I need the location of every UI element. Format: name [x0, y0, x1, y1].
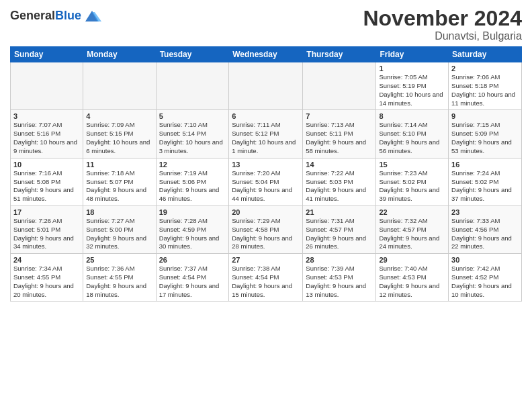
day-info: Sunrise: 7:28 AMSunset: 4:59 PMDaylight:… [159, 217, 226, 251]
calendar-cell [11, 62, 83, 110]
day-info: Sunrise: 7:13 AMSunset: 5:11 PMDaylight:… [306, 121, 373, 155]
day-number: 10 [13, 161, 80, 169]
calendar-cell: 21Sunrise: 7:31 AMSunset: 4:57 PMDayligh… [303, 205, 376, 253]
calendar-cell [229, 62, 303, 110]
day-info: Sunrise: 7:38 AMSunset: 4:54 PMDaylight:… [232, 265, 300, 299]
day-number: 11 [86, 161, 152, 169]
day-number: 29 [379, 256, 445, 264]
calendar-day-header: Monday [83, 47, 156, 62]
day-number: 5 [159, 112, 226, 120]
day-number: 12 [159, 161, 226, 169]
calendar-cell [156, 62, 229, 110]
day-info: Sunrise: 7:39 AMSunset: 4:53 PMDaylight:… [306, 265, 373, 299]
day-info: Sunrise: 7:14 AMSunset: 5:10 PMDaylight:… [379, 121, 445, 155]
day-info: Sunrise: 7:19 AMSunset: 5:06 PMDaylight:… [159, 169, 226, 203]
day-number: 13 [232, 161, 300, 169]
day-number: 4 [86, 112, 152, 120]
logo: GeneralBlue [10, 7, 101, 26]
day-info: Sunrise: 7:26 AMSunset: 5:01 PMDaylight:… [13, 217, 80, 251]
day-number: 17 [13, 208, 80, 216]
calendar-cell: 15Sunrise: 7:23 AMSunset: 5:02 PMDayligh… [376, 158, 449, 205]
calendar-cell: 3Sunrise: 7:07 AMSunset: 5:16 PMDaylight… [11, 110, 83, 158]
day-number: 25 [86, 256, 152, 264]
day-number: 27 [232, 256, 300, 264]
day-number: 3 [13, 112, 80, 120]
calendar-week-row: 10Sunrise: 7:16 AMSunset: 5:08 PMDayligh… [11, 158, 522, 205]
calendar-cell: 1Sunrise: 7:05 AMSunset: 5:19 PMDaylight… [376, 62, 449, 110]
day-number: 16 [451, 161, 519, 169]
day-info: Sunrise: 7:09 AMSunset: 5:15 PMDaylight:… [86, 121, 152, 155]
calendar-cell: 18Sunrise: 7:27 AMSunset: 5:00 PMDayligh… [83, 205, 156, 253]
day-info: Sunrise: 7:06 AMSunset: 5:18 PMDaylight:… [451, 73, 519, 107]
header: GeneralBlue November 2024 Dunavtsi, Bulg… [10, 7, 522, 42]
calendar-cell: 12Sunrise: 7:19 AMSunset: 5:06 PMDayligh… [156, 158, 229, 205]
day-number: 26 [159, 256, 226, 264]
day-info: Sunrise: 7:42 AMSunset: 4:52 PMDaylight:… [451, 265, 519, 299]
day-info: Sunrise: 7:27 AMSunset: 5:00 PMDaylight:… [86, 217, 152, 251]
day-info: Sunrise: 7:40 AMSunset: 4:53 PMDaylight:… [379, 265, 445, 299]
calendar-cell: 19Sunrise: 7:28 AMSunset: 4:59 PMDayligh… [156, 205, 229, 253]
calendar-cell: 23Sunrise: 7:33 AMSunset: 4:56 PMDayligh… [449, 205, 522, 253]
day-number: 28 [306, 256, 373, 264]
calendar-cell: 28Sunrise: 7:39 AMSunset: 4:53 PMDayligh… [303, 254, 376, 302]
calendar-day-header: Friday [376, 47, 449, 62]
page: GeneralBlue November 2024 Dunavtsi, Bulg… [0, 0, 532, 411]
day-number: 19 [159, 208, 226, 216]
day-number: 9 [451, 112, 519, 120]
calendar-cell: 6Sunrise: 7:11 AMSunset: 5:12 PMDaylight… [229, 110, 303, 158]
day-info: Sunrise: 7:29 AMSunset: 4:58 PMDaylight:… [232, 217, 300, 251]
calendar-cell: 5Sunrise: 7:10 AMSunset: 5:14 PMDaylight… [156, 110, 229, 158]
day-number: 2 [451, 64, 519, 73]
calendar-cell: 29Sunrise: 7:40 AMSunset: 4:53 PMDayligh… [376, 254, 449, 302]
calendar-cell: 2Sunrise: 7:06 AMSunset: 5:18 PMDaylight… [449, 62, 522, 110]
day-number: 14 [306, 161, 373, 169]
calendar-cell: 25Sunrise: 7:36 AMSunset: 4:55 PMDayligh… [83, 254, 156, 302]
day-number: 8 [379, 112, 445, 120]
calendar-cell: 9Sunrise: 7:15 AMSunset: 5:09 PMDaylight… [449, 110, 522, 158]
day-info: Sunrise: 7:07 AMSunset: 5:16 PMDaylight:… [13, 121, 80, 155]
day-info: Sunrise: 7:18 AMSunset: 5:07 PMDaylight:… [86, 169, 152, 203]
day-info: Sunrise: 7:36 AMSunset: 4:55 PMDaylight:… [86, 265, 152, 299]
day-info: Sunrise: 7:37 AMSunset: 4:54 PMDaylight:… [159, 265, 226, 299]
day-info: Sunrise: 7:22 AMSunset: 5:03 PMDaylight:… [306, 169, 373, 203]
calendar-cell: 24Sunrise: 7:34 AMSunset: 4:55 PMDayligh… [11, 254, 83, 302]
calendar-cell: 4Sunrise: 7:09 AMSunset: 5:15 PMDaylight… [83, 110, 156, 158]
calendar-cell: 7Sunrise: 7:13 AMSunset: 5:11 PMDaylight… [303, 110, 376, 158]
day-number: 18 [86, 208, 152, 216]
calendar-week-row: 1Sunrise: 7:05 AMSunset: 5:19 PMDaylight… [11, 62, 522, 110]
day-info: Sunrise: 7:15 AMSunset: 5:09 PMDaylight:… [451, 121, 519, 155]
calendar-cell: 16Sunrise: 7:24 AMSunset: 5:02 PMDayligh… [449, 158, 522, 205]
day-number: 23 [451, 208, 519, 216]
calendar-day-header: Sunday [11, 47, 83, 62]
calendar-week-row: 17Sunrise: 7:26 AMSunset: 5:01 PMDayligh… [11, 205, 522, 253]
day-info: Sunrise: 7:23 AMSunset: 5:02 PMDaylight:… [379, 169, 445, 203]
day-info: Sunrise: 7:34 AMSunset: 4:55 PMDaylight:… [13, 265, 80, 299]
calendar-cell: 10Sunrise: 7:16 AMSunset: 5:08 PMDayligh… [11, 158, 83, 205]
calendar-week-row: 24Sunrise: 7:34 AMSunset: 4:55 PMDayligh… [11, 254, 522, 302]
calendar-cell: 30Sunrise: 7:42 AMSunset: 4:52 PMDayligh… [449, 254, 522, 302]
day-number: 22 [379, 208, 445, 216]
day-number: 24 [13, 256, 80, 264]
calendar-day-header: Thursday [303, 47, 376, 62]
calendar-cell: 11Sunrise: 7:18 AMSunset: 5:07 PMDayligh… [83, 158, 156, 205]
day-number: 20 [232, 208, 300, 216]
day-info: Sunrise: 7:33 AMSunset: 4:56 PMDaylight:… [451, 217, 519, 251]
calendar: SundayMondayTuesdayWednesdayThursdayFrid… [10, 46, 522, 302]
day-info: Sunrise: 7:11 AMSunset: 5:12 PMDaylight:… [232, 121, 300, 155]
day-number: 21 [306, 208, 373, 216]
day-info: Sunrise: 7:32 AMSunset: 4:57 PMDaylight:… [379, 217, 445, 251]
day-info: Sunrise: 7:16 AMSunset: 5:08 PMDaylight:… [13, 169, 80, 203]
location: Dunavtsi, Bulgaria [363, 30, 522, 42]
calendar-cell: 17Sunrise: 7:26 AMSunset: 5:01 PMDayligh… [11, 205, 83, 253]
calendar-cell: 27Sunrise: 7:38 AMSunset: 4:54 PMDayligh… [229, 254, 303, 302]
calendar-cell: 26Sunrise: 7:37 AMSunset: 4:54 PMDayligh… [156, 254, 229, 302]
calendar-cell: 20Sunrise: 7:29 AMSunset: 4:58 PMDayligh… [229, 205, 303, 253]
day-info: Sunrise: 7:24 AMSunset: 5:02 PMDaylight:… [451, 169, 519, 203]
day-number: 1 [379, 64, 445, 73]
day-number: 6 [232, 112, 300, 120]
day-number: 7 [306, 112, 373, 120]
day-number: 15 [379, 161, 445, 169]
calendar-cell: 14Sunrise: 7:22 AMSunset: 5:03 PMDayligh… [303, 158, 376, 205]
calendar-week-row: 3Sunrise: 7:07 AMSunset: 5:16 PMDaylight… [11, 110, 522, 158]
day-info: Sunrise: 7:31 AMSunset: 4:57 PMDaylight:… [306, 217, 373, 251]
